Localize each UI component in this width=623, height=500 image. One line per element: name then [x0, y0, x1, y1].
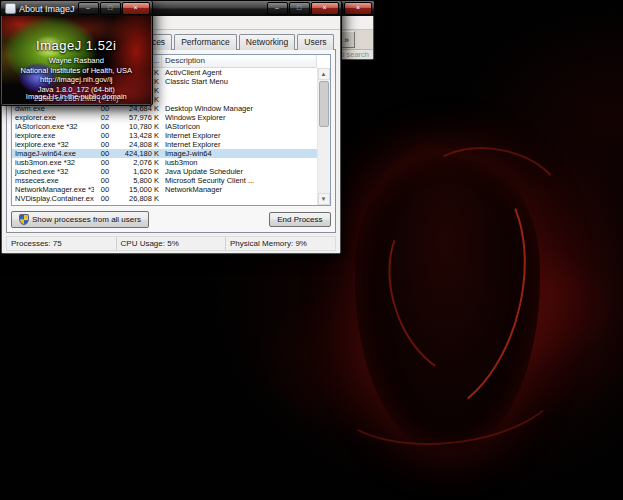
process-cpu: 00	[94, 149, 116, 158]
status-physical-memory: Physical Memory: 9%	[226, 237, 335, 250]
process-description	[162, 194, 317, 203]
process-description: Internet Explorer	[162, 140, 317, 149]
tab-networking[interactable]: Networking	[239, 34, 296, 50]
process-description: iusb3mon	[162, 158, 317, 167]
process-description: Microsoft Security Client ...	[162, 176, 317, 185]
process-row[interactable]: iexplore.exe0013,428 KInternet Explorer	[12, 131, 317, 140]
process-name: jusched.exe *32	[12, 167, 94, 176]
about-footer: ImageJ is in the public domain	[2, 92, 151, 101]
end-process-label: End Process	[277, 215, 322, 224]
about-window-title: About ImageJ	[19, 4, 75, 14]
tab-performance[interactable]: Performance	[174, 34, 237, 50]
show-all-users-label: Show processes from all users	[32, 215, 141, 224]
process-memory: 5,800 K	[116, 176, 162, 185]
process-cpu: 00	[94, 176, 116, 185]
about-heading: ImageJ 1.52i	[2, 16, 151, 53]
process-name: iexplore.exe *32	[12, 140, 94, 149]
process-name: msseces.exe	[12, 176, 94, 185]
show-all-users-button[interactable]: Show processes from all users	[11, 211, 149, 228]
process-description: Windows Explorer	[162, 113, 317, 122]
about-line: Wayne Rasband	[2, 56, 151, 66]
minimize-button[interactable]: –	[267, 2, 288, 15]
scroll-thumb[interactable]	[319, 81, 329, 127]
process-memory: 2,076 K	[116, 158, 162, 167]
process-row[interactable]: explorer.exe0257,976 KWindows Explorer	[12, 113, 317, 122]
status-cpu-usage: CPU Usage: 5%	[117, 237, 227, 250]
status-processes: Processes: 75	[7, 237, 117, 250]
tm-buttons-row: Show processes from all users End Proces…	[11, 211, 331, 228]
tm-status-bar: Processes: 75 CPU Usage: 5% Physical Mem…	[6, 236, 336, 251]
process-name: ImageJ-win64.exe	[12, 149, 94, 158]
process-name: iexplore.exe	[12, 131, 94, 140]
about-app-icon	[5, 3, 16, 14]
process-row[interactable]: IAStorIcon.exe *320010,780 KIAStorIcon	[12, 122, 317, 131]
process-memory: 424,180 K	[116, 149, 162, 158]
process-description: Internet Explorer	[162, 131, 317, 140]
process-name: NVDisplay.Container.exe	[12, 194, 94, 203]
tab-users[interactable]: Users	[297, 34, 333, 50]
process-name: IAStorIcon.exe *32	[12, 122, 94, 131]
process-memory: 57,976 K	[116, 113, 162, 122]
close-button[interactable]: ×	[122, 2, 150, 15]
uac-shield-icon	[19, 214, 29, 225]
about-line: http://imagej.nih.gov/ij	[2, 75, 151, 85]
process-name: NetworkManager.exe *32	[12, 185, 94, 194]
process-description: IAStorIcon	[162, 122, 317, 131]
minimize-button[interactable]: –	[78, 2, 99, 15]
process-memory: 15,000 K	[116, 185, 162, 194]
process-row[interactable]: iexplore.exe *320024,808 KInternet Explo…	[12, 140, 317, 149]
close-button[interactable]: ×	[311, 2, 339, 15]
process-memory: 1,620 K	[116, 167, 162, 176]
about-splash-image[interactable]: ImageJ 1.52i Wayne RasbandNational Insti…	[2, 16, 151, 104]
process-row[interactable]: msseces.exe005,800 KMicrosoft Security C…	[12, 176, 317, 185]
process-name: iusb3mon.exe *32	[12, 158, 94, 167]
process-description: Java Update Scheduler	[162, 167, 317, 176]
scroll-down-button[interactable]: ▼	[318, 193, 330, 205]
maximize-button[interactable]: □	[289, 2, 310, 15]
process-description	[162, 95, 317, 104]
process-description	[162, 86, 317, 95]
process-row[interactable]: NVDisplay.Container.exe0026,808 K	[12, 194, 317, 203]
process-list-scrollbar[interactable]: ▲ ▼	[317, 68, 330, 205]
process-row[interactable]: iusb3mon.exe *32002,076 Kiusb3mon	[12, 158, 317, 167]
process-memory: 24,808 K	[116, 140, 162, 149]
process-description: Desktop Window Manager	[162, 104, 317, 113]
process-cpu: 00	[94, 185, 116, 194]
process-row[interactable]: jusched.exe *32001,620 KJava Update Sche…	[12, 167, 317, 176]
close-button[interactable]: ×	[344, 2, 372, 15]
process-description: ImageJ-win64	[162, 149, 317, 158]
process-cpu: 00	[94, 122, 116, 131]
process-cpu: 00	[94, 140, 116, 149]
process-cpu: 00	[94, 131, 116, 140]
process-memory: 26,808 K	[116, 194, 162, 203]
process-row[interactable]: NetworkManager.exe *320015,000 KNetworkM…	[12, 185, 317, 194]
maximize-button[interactable]: □	[100, 2, 121, 15]
process-cpu: 00	[94, 194, 116, 203]
process-memory: 13,428 K	[116, 131, 162, 140]
process-cpu: 00	[94, 158, 116, 167]
column-header-3[interactable]: Description	[162, 55, 317, 68]
scroll-track[interactable]	[318, 80, 330, 193]
about-imagej-window: About ImageJ –□× ImageJ 1.52i Wayne Rasb…	[0, 0, 153, 106]
process-cpu: 02	[94, 113, 116, 122]
process-row[interactable]: ImageJ-win64.exe00424,180 KImageJ-win64	[12, 149, 317, 158]
scroll-up-button[interactable]: ▲	[318, 68, 330, 80]
process-cpu: 00	[94, 167, 116, 176]
process-name: explorer.exe	[12, 113, 94, 122]
about-titlebar[interactable]: About ImageJ –□×	[1, 1, 152, 16]
window-controls: –□×	[267, 2, 339, 15]
process-description: ActivClient Agent	[162, 68, 317, 77]
process-description: Classic Start Menu	[162, 77, 317, 86]
window-controls: –□×	[78, 2, 150, 15]
about-line: National Institutes of Health, USA	[2, 66, 151, 76]
process-description: NetworkManager	[162, 185, 317, 194]
desktop: (Fiji Is Just) ImageJ –□× FileEditImageP…	[0, 0, 623, 500]
process-memory: 10,780 K	[116, 122, 162, 131]
end-process-button[interactable]: End Process	[269, 212, 330, 227]
